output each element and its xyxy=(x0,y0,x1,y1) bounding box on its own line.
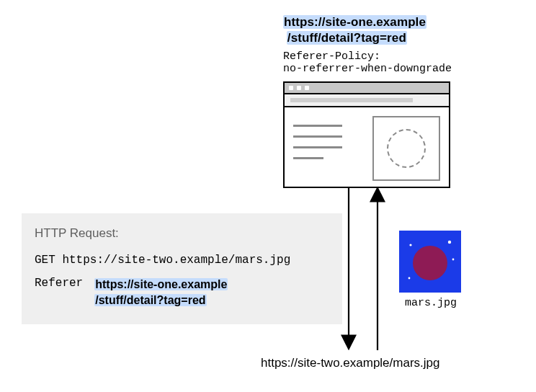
placeholder-text-lines xyxy=(293,125,342,159)
origin-url-line1: https://site-one.example xyxy=(283,15,426,29)
svg-point-1 xyxy=(413,246,447,280)
policy-value: no-referrer-when-downgrade xyxy=(283,63,452,75)
window-control-icon xyxy=(297,86,301,90)
origin-page-url: https://site-one.example /stuff/detail?t… xyxy=(283,14,426,46)
http-referer-line: Referer https://site-one.example /stuff/… xyxy=(35,277,329,308)
svg-point-3 xyxy=(409,244,411,246)
placeholder-line-icon xyxy=(293,157,323,159)
svg-point-5 xyxy=(408,277,411,280)
placeholder-line-icon xyxy=(293,146,342,148)
image-placeholder-circle-icon xyxy=(387,129,426,168)
mars-image xyxy=(399,231,461,293)
window-control-icon xyxy=(289,86,293,90)
svg-point-2 xyxy=(448,241,451,244)
policy-header: Referer-Policy: xyxy=(283,50,380,63)
origin-url-line2: /stuff/detail?tag=red xyxy=(287,31,407,45)
arrows-overlay xyxy=(0,0,536,392)
mars-image-label: mars.jpg xyxy=(389,297,473,309)
diagram-stage: https://site-one.example /stuff/detail?t… xyxy=(0,0,536,392)
http-get-line: GET https://site-two.example/mars.jpg xyxy=(35,254,329,267)
mars-image-icon xyxy=(399,231,461,293)
placeholder-line-icon xyxy=(293,125,342,127)
image-placeholder-frame xyxy=(372,116,440,181)
browser-window-illustration xyxy=(283,81,450,188)
referer-policy-text: Referer-Policy: no-referrer-when-downgra… xyxy=(283,50,452,75)
placeholder-line-icon xyxy=(293,135,342,138)
browser-body xyxy=(283,107,450,188)
http-request-box: HTTP Request: GET https://site-two.examp… xyxy=(22,213,342,324)
referer-value: https://site-one.example /stuff/detail?t… xyxy=(94,277,228,308)
browser-addressbar xyxy=(283,93,450,107)
referer-value-line1: https://site-one.example xyxy=(94,278,228,290)
browser-titlebar xyxy=(283,81,450,93)
svg-point-4 xyxy=(452,259,455,261)
addressbar-slot-icon xyxy=(290,98,413,102)
referer-label: Referer xyxy=(35,277,83,290)
window-control-icon xyxy=(305,86,309,90)
http-request-title: HTTP Request: xyxy=(35,226,329,241)
referer-value-line2: /stuff/detail?tag=red xyxy=(94,294,206,306)
resource-url: https://site-two.example/mars.jpg xyxy=(261,356,439,370)
